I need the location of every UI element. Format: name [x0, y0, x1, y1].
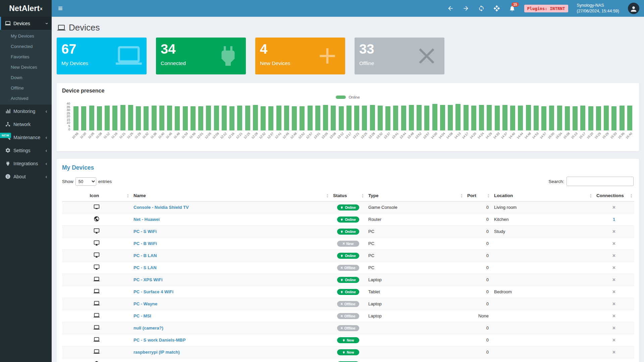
device-name-link[interactable]: PC - S LAN [133, 265, 157, 270]
device-location [491, 262, 594, 274]
stat-card-new-devices[interactable]: 4 New Devices [255, 38, 345, 74]
device-name-link[interactable]: PC - XPS WiFi [133, 277, 163, 282]
sidebar-item-new-devices[interactable]: New Devices [0, 62, 52, 72]
page-size-select[interactable]: 50 [75, 177, 96, 186]
sidebar-item-settings[interactable]: Settings ‹ [0, 144, 52, 157]
move-arrows-icon[interactable] [493, 5, 500, 12]
no-connection-icon[interactable]: × [612, 229, 615, 234]
sidebar-item-network[interactable]: Network [0, 118, 52, 131]
sidebar-item-connected[interactable]: Connected [0, 41, 52, 52]
column-header-icon[interactable]: Icon▲▼ [62, 190, 131, 201]
device-name-link[interactable]: raspberrypi (IP match) [133, 350, 180, 355]
device-name-link[interactable]: PC - MSI [133, 313, 151, 318]
device-name-link[interactable]: PC - S work Daniels-MBP [133, 338, 185, 343]
device-name-link[interactable]: PC - Wayne [133, 301, 157, 306]
chart-bar [267, 102, 275, 130]
no-connection-icon[interactable]: × [612, 325, 615, 331]
laptop-icon [94, 337, 100, 343]
laptop-icon [5, 20, 11, 26]
device-name-link[interactable]: Console - Nvidia Shield TV [133, 205, 189, 210]
chart-bar [439, 102, 446, 130]
sidebar-item-offline[interactable]: Offline [0, 83, 52, 93]
app-logo[interactable]: NetAlertx [0, 0, 52, 17]
device-type: Laptop [366, 274, 465, 286]
no-connection-icon[interactable]: × [612, 241, 615, 246]
chart-x-tick: 13:25 [361, 131, 368, 148]
device-name-link[interactable]: Net - Huawei [133, 217, 160, 222]
column-header-name[interactable]: Name▲▼ [131, 190, 330, 201]
sidebar-item-integrations[interactable]: Integrations ‹ [0, 157, 52, 170]
device-name-link[interactable]: PC - B WiFi [133, 241, 157, 246]
no-connection-icon[interactable]: × [612, 253, 615, 258]
device-port: 0 [465, 226, 491, 238]
device-name-link[interactable]: null (camera?) [133, 325, 163, 330]
device-name-link[interactable]: PC - Surface 4 WiFi [133, 289, 173, 294]
sidebar-item-devices[interactable]: Devices ‹ [0, 17, 52, 30]
device-type: PC [366, 238, 465, 250]
sidebar-item-my-devices[interactable]: My Devices [0, 31, 52, 41]
no-connection-icon[interactable]: × [612, 277, 615, 283]
sidebar-item-favorites[interactable]: Favorites [0, 52, 52, 62]
chart-x-tick: 11:32 [142, 131, 150, 148]
sidebar-item-about[interactable]: About ‹ [0, 170, 52, 183]
chart-bar [548, 102, 555, 130]
chart-x-tick: 15:25 [595, 131, 602, 148]
logo-text: NetAlert [9, 4, 40, 13]
chart-x-tick: 12:01 [197, 131, 205, 148]
info-icon [5, 174, 11, 179]
table-row: PC - S WiFiOnlinePC0Study× [62, 226, 634, 238]
no-connection-icon[interactable]: × [612, 289, 615, 295]
chart-bar [415, 102, 423, 130]
no-connection-icon[interactable]: × [612, 313, 615, 319]
connections-link[interactable]: 1 [613, 217, 615, 222]
column-header-type[interactable]: Type▲▼ [366, 190, 465, 201]
plugins-status-badge[interactable]: Plugins: INTRNT [524, 5, 568, 12]
table-row: Net - HuaweiOnlineRouter0Kitchen1 [62, 214, 634, 226]
no-connection-icon[interactable]: × [612, 301, 615, 307]
stat-card-my-devices[interactable]: 67 My Devices [57, 38, 147, 74]
column-header-location[interactable]: Location▲▼ [491, 190, 594, 201]
laptop-icon [94, 276, 100, 282]
device-type: Tablet [366, 286, 465, 298]
device-name-link[interactable]: PC - B LAN [133, 253, 157, 258]
gear-icon [5, 147, 11, 153]
sidebar-item-down[interactable]: Down [0, 72, 52, 83]
new-release-badge[interactable]: NEW [0, 133, 11, 138]
column-header-port[interactable]: Port▲▼ [465, 190, 491, 201]
chart-x-tick: 13:37 [384, 131, 392, 148]
page-title: Devices [69, 22, 100, 33]
sidebar-item-archived[interactable]: Archived [0, 93, 52, 104]
sidebar-item-monitoring[interactable]: Monitoring ‹ [0, 105, 52, 118]
column-header-connections[interactable]: Connections▲▼ [594, 190, 634, 201]
chart-x-tick: 15:29 [602, 131, 610, 148]
chart-bar [236, 102, 244, 130]
device-location [491, 358, 594, 362]
notification-count-badge: 15 [512, 2, 519, 7]
table-row: null (camera?)×Offline0× [62, 322, 634, 334]
chart-bar [462, 102, 470, 130]
stat-card-offline[interactable]: 33 Offline [355, 38, 444, 74]
search-input[interactable] [567, 177, 634, 186]
chart-bar [400, 102, 408, 130]
chart-bar [298, 102, 306, 130]
hamburger-menu-icon[interactable]: ≡ [52, 0, 69, 17]
stat-card-connected[interactable]: 34 Connected [156, 38, 246, 74]
chart-x-tick: 11:40 [158, 131, 166, 148]
refresh-icon[interactable] [478, 5, 485, 12]
no-connection-icon[interactable]: × [612, 265, 615, 270]
no-connection-icon[interactable]: × [612, 204, 615, 210]
user-avatar[interactable] [628, 3, 639, 14]
no-connection-icon[interactable]: × [612, 349, 615, 355]
nav-back-icon[interactable] [447, 5, 454, 12]
notifications-bell-icon[interactable]: 15 [509, 5, 516, 12]
chart-bar [103, 102, 111, 130]
nav-forward-icon[interactable] [463, 5, 469, 12]
device-port: 0 [465, 334, 491, 346]
no-connection-icon[interactable]: × [612, 337, 615, 343]
device-name-link[interactable]: PC - S WiFi [133, 229, 157, 234]
chart-icon [5, 108, 11, 114]
column-header-status[interactable]: Status▲▼ [330, 190, 366, 201]
chart-legend[interactable]: Online [62, 95, 634, 99]
table-row: PC - S LAN×OfflinePC0× [62, 262, 634, 274]
chart-bar [322, 102, 329, 130]
